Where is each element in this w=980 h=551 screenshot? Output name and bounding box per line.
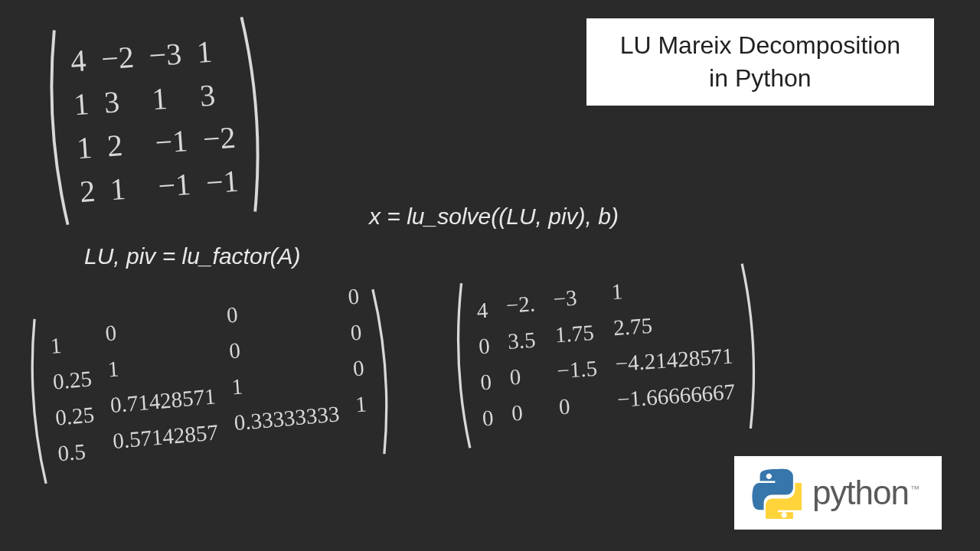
code-lu-solve: x = lu_solve((LU, piv), b) [369, 204, 619, 230]
title-line-2: in Python [620, 62, 900, 95]
python-logo-text: python™ [812, 474, 919, 512]
slide-title: LU Mareix Decomposition in Python [586, 18, 934, 106]
python-logo-icon [750, 467, 802, 519]
matrix-u-cells: 4−2.−31 03.51.752.75 00−1.5−4.21428571 0… [463, 262, 750, 449]
matrix-u: 4−2.−31 03.51.752.75 00−1.5−4.21428571 0… [446, 261, 766, 451]
code-lu-factor: LU, piv = lu_factor(A) [84, 243, 301, 269]
matrix-a-cells: 4−2−31 1313 12−1−2 21−1−1 [56, 15, 253, 227]
python-logo-box: python™ [734, 456, 942, 530]
matrix-a: 4−2−31 1313 12−1−2 21−1−1 [36, 14, 273, 228]
matrix-l-cells: 1000 0.25100 0.250.7142857110 0.50.57142… [36, 288, 382, 485]
matrix-l: 1000 0.25100 0.250.7142857110 0.50.57142… [19, 286, 399, 487]
title-line-1: LU Mareix Decomposition [620, 29, 900, 62]
